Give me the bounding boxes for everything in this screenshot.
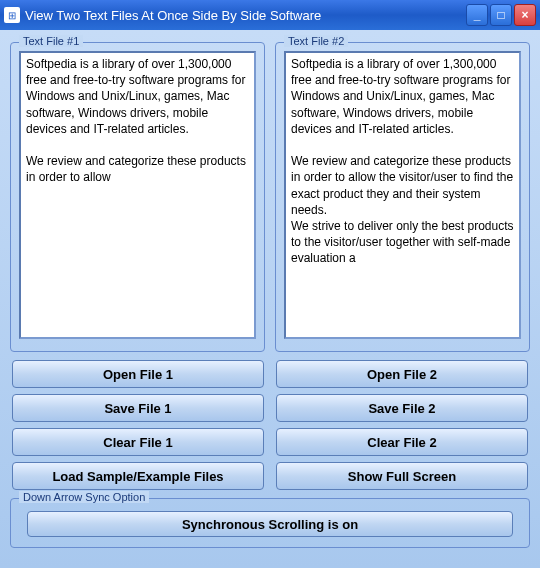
text-file-2-textarea[interactable] xyxy=(284,51,521,339)
minimize-button[interactable]: _ xyxy=(466,4,488,26)
text-file-1-group: Text File #1 xyxy=(10,42,265,352)
window-controls: _ □ × xyxy=(466,4,536,26)
save-file-1-button[interactable]: Save File 1 xyxy=(12,394,264,422)
show-full-screen-button[interactable]: Show Full Screen xyxy=(276,462,528,490)
clear-file-1-button[interactable]: Clear File 1 xyxy=(12,428,264,456)
clear-file-2-button[interactable]: Clear File 2 xyxy=(276,428,528,456)
window-title: View Two Text Files At Once Side By Side… xyxy=(25,8,466,23)
sync-toggle-button[interactable]: Synchronous Scrolling is on xyxy=(27,511,513,537)
sync-option-group: Down Arrow Sync Option Synchronous Scrol… xyxy=(10,498,530,548)
close-button[interactable]: × xyxy=(514,4,536,26)
text-file-1-label: Text File #1 xyxy=(19,35,83,47)
titlebar: ⊞ View Two Text Files At Once Side By Si… xyxy=(0,0,540,30)
sync-option-label: Down Arrow Sync Option xyxy=(19,491,149,503)
maximize-button[interactable]: □ xyxy=(490,4,512,26)
open-file-2-button[interactable]: Open File 2 xyxy=(276,360,528,388)
app-icon: ⊞ xyxy=(4,7,20,23)
load-sample-button[interactable]: Load Sample/Example Files xyxy=(12,462,264,490)
text-file-1-textarea[interactable] xyxy=(19,51,256,339)
open-file-1-button[interactable]: Open File 1 xyxy=(12,360,264,388)
text-file-2-label: Text File #2 xyxy=(284,35,348,47)
client-area: Text File #1 Text File #2 Open File 1 Op… xyxy=(0,30,540,568)
save-file-2-button[interactable]: Save File 2 xyxy=(276,394,528,422)
text-file-2-group: Text File #2 xyxy=(275,42,530,352)
button-grid: Open File 1 Open File 2 Save File 1 Save… xyxy=(10,360,530,490)
